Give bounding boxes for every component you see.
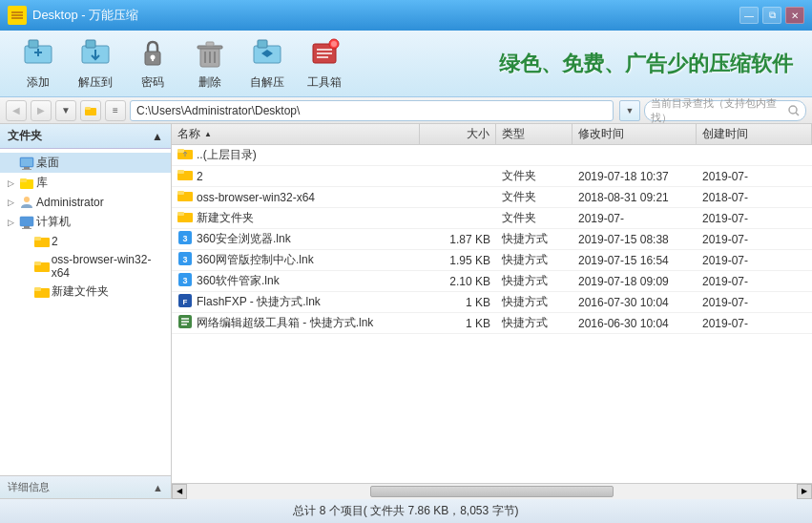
list-view-button[interactable]: ≡: [105, 100, 126, 121]
file-name-cell: 新建文件夹: [172, 210, 420, 226]
table-row[interactable]: 3 360软件管家.lnk 2.10 KB 快捷方式 2019-07-18 09…: [172, 271, 812, 292]
col-header-name[interactable]: 名称 ▲: [172, 124, 420, 144]
col-header-size[interactable]: 大小: [420, 124, 496, 144]
svg-rect-7: [37, 49, 39, 56]
table-row[interactable]: 网络编辑超级工具箱 - 快捷方式.lnk 1 KB 快捷方式 2016-06-3…: [172, 313, 812, 334]
svg-rect-54: [177, 212, 184, 216]
dropdown-arrow-button[interactable]: ▼: [55, 100, 76, 121]
svg-text:F: F: [183, 298, 188, 306]
selfextract-icon: [250, 36, 284, 71]
svg-text:3: 3: [182, 234, 187, 243]
folder-icon: [34, 234, 50, 249]
back-button[interactable]: ◀: [6, 100, 27, 121]
file-type-cell: 快捷方式: [496, 315, 573, 331]
file-icon: 3: [177, 230, 193, 248]
extract-icon: [78, 36, 113, 71]
file-created-cell: 2019-07-: [697, 317, 812, 330]
col-header-modified[interactable]: 修改时间: [573, 124, 697, 144]
sidebar-title: 文件夹: [8, 128, 42, 144]
close-button[interactable]: ✕: [785, 7, 804, 24]
svg-rect-9: [86, 40, 95, 48]
file-name-cell: F FlashFXP - 快捷方式.lnk: [172, 293, 420, 311]
file-size-cell: 1.87 KB: [420, 233, 496, 246]
sidebar-item-computer[interactable]: ▷ 计算机: [0, 212, 171, 232]
svg-rect-42: [34, 237, 41, 241]
file-name: FlashFXP - 快捷方式.lnk: [197, 294, 321, 310]
scroll-right-btn[interactable]: ▶: [797, 484, 812, 499]
file-created-cell: 2019-07-: [697, 170, 812, 183]
file-created-cell: 2019-07-: [697, 254, 812, 267]
delete-icon: [193, 36, 227, 71]
col-created-label: 创建时间: [702, 126, 748, 142]
file-name-cell: ..(上层目录): [172, 147, 420, 163]
extract-button[interactable]: 解压到: [67, 35, 124, 93]
scroll-thumb[interactable]: [370, 486, 614, 497]
sidebar-item-newfolder[interactable]: 新建文件夹: [0, 282, 171, 302]
sidebar-item-admin[interactable]: ▷ Administrator: [0, 193, 171, 212]
file-name-cell: 3 360网管版控制中心.lnk: [172, 251, 420, 269]
table-row[interactable]: 新建文件夹 文件夹 2019-07- 2019-07-: [172, 208, 812, 229]
file-modified-cell: 2018-08-31 09:21: [573, 191, 697, 204]
svg-rect-40: [22, 228, 31, 229]
file-modified-cell: 2016-06-30 10:04: [573, 317, 697, 330]
scroll-left-btn[interactable]: ◀: [172, 484, 187, 499]
file-icon: 3: [177, 251, 193, 269]
file-name: oss-browser-win32-x64: [197, 191, 315, 204]
svg-rect-20: [258, 40, 267, 48]
minimize-button[interactable]: —: [739, 7, 759, 24]
banner-text: 绿色、免费、广告少的压缩软件: [499, 50, 793, 78]
folder-button[interactable]: [80, 100, 101, 121]
svg-rect-50: [177, 170, 184, 174]
add-button[interactable]: 添加: [10, 35, 67, 93]
svg-rect-2: [11, 11, 23, 13]
file-created-cell: 2018-07-: [697, 191, 812, 204]
sidebar-item-desktop[interactable]: 桌面: [0, 153, 171, 173]
path-dropdown-button[interactable]: ▼: [619, 100, 640, 121]
sidebar-label-2: 2: [52, 235, 58, 248]
file-type-cell: 快捷方式: [496, 294, 573, 310]
sidebar-item-ossbrowser[interactable]: oss-browser-win32-x64: [0, 251, 171, 282]
sidebar-collapse-icon[interactable]: ▲: [152, 130, 163, 143]
table-row[interactable]: oss-browser-win32-x64 文件夹 2018-08-31 09:…: [172, 187, 812, 208]
tools-icon: [307, 36, 342, 71]
selfextract-button[interactable]: 自解压: [239, 35, 296, 93]
sidebar-item-2[interactable]: 2: [0, 232, 171, 251]
forward-button[interactable]: ▶: [31, 100, 52, 121]
table-row[interactable]: 3 360网管版控制中心.lnk 1.95 KB 快捷方式 2019-07-15…: [172, 250, 812, 271]
path-input[interactable]: C:\Users\Administrator\Desktop\: [130, 100, 614, 121]
file-name-cell: 网络编辑超级工具箱 - 快捷方式.lnk: [172, 314, 420, 332]
restore-button[interactable]: ⧉: [762, 7, 781, 24]
scroll-track[interactable]: [187, 484, 797, 499]
svg-rect-38: [20, 217, 33, 226]
file-icon: [177, 189, 193, 205]
col-type-label: 类型: [502, 126, 525, 142]
table-row[interactable]: ..(上层目录): [172, 145, 812, 166]
svg-rect-34: [21, 158, 32, 166]
search-placeholder: 当前目录查找（支持包内查找）: [651, 96, 784, 125]
search-box[interactable]: 当前目录查找（支持包内查找）: [644, 100, 806, 121]
path-text: C:\Users\Administrator\Desktop\: [136, 104, 300, 117]
table-row[interactable]: 2 文件夹 2019-07-18 10:37 2019-07-: [172, 166, 812, 187]
file-icon: [177, 147, 193, 163]
sidebar-footer-text: 详细信息: [8, 480, 50, 494]
table-row[interactable]: F FlashFXP - 快捷方式.lnk 1 KB 快捷方式 2016-07-…: [172, 292, 812, 313]
sidebar-footer-arrow: ▲: [153, 482, 163, 493]
expand-icon: [19, 235, 32, 248]
expand-icon: [4, 157, 17, 170]
delete-button[interactable]: 删除: [181, 35, 239, 93]
sidebar-item-library[interactable]: ▷ 库: [0, 173, 171, 193]
library-icon: [19, 176, 34, 191]
file-list: ..(上层目录) 2 文件夹 2019-07-18 10:37 2019-07-: [172, 145, 812, 483]
table-row[interactable]: 3 360安全浏览器.lnk 1.87 KB 快捷方式 2019-07-15 0…: [172, 229, 812, 250]
tools-button[interactable]: 工具箱: [296, 35, 353, 93]
col-header-created[interactable]: 创建时间: [697, 124, 812, 144]
file-icon: 3: [177, 272, 193, 290]
h-scrollbar[interactable]: ◀ ▶: [172, 483, 812, 498]
password-button[interactable]: 密码: [124, 35, 181, 93]
col-header-type[interactable]: 类型: [496, 124, 573, 144]
svg-text:3: 3: [182, 255, 187, 264]
desktop-icon: [19, 156, 34, 171]
file-name-cell: 3 360安全浏览器.lnk: [172, 230, 420, 248]
file-name: 360软件管家.lnk: [197, 273, 280, 289]
file-name: ..(上层目录): [197, 147, 257, 163]
